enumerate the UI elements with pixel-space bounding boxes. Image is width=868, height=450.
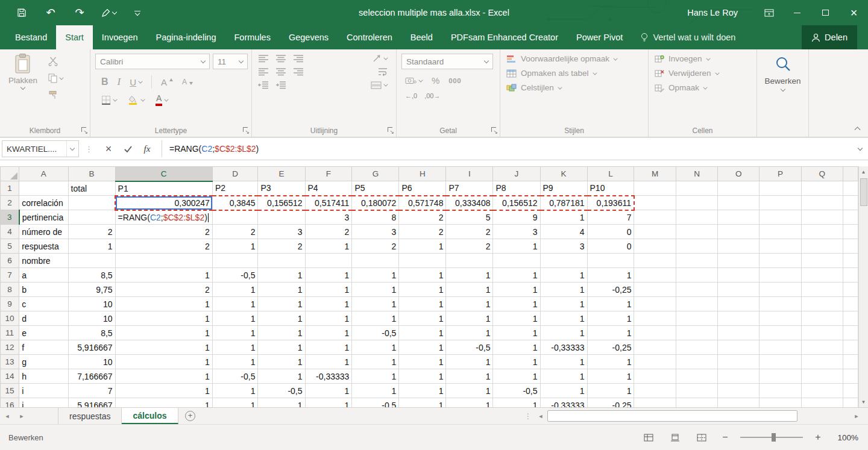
cell-c11[interactable]: 1	[115, 326, 212, 340]
cell-j11[interactable]: 1	[493, 326, 540, 340]
cell-g6[interactable]	[352, 254, 399, 268]
cell-m10[interactable]	[634, 311, 676, 326]
cut-button[interactable]	[48, 57, 58, 66]
cell-d6[interactable]	[212, 254, 258, 268]
row-header-3[interactable]: 3	[1, 210, 19, 225]
cell-g4[interactable]: 3	[352, 225, 399, 239]
row-header-8[interactable]: 8	[1, 283, 19, 297]
cell-k15[interactable]: 1	[540, 384, 587, 398]
cell-d7[interactable]: -0,5	[212, 268, 258, 283]
font-family-select[interactable]: Calibri	[95, 54, 210, 69]
cell-p2[interactable]	[760, 196, 801, 210]
cell-f11[interactable]: 1	[305, 326, 352, 340]
cell-e16[interactable]: 1	[258, 398, 305, 408]
cell-f14[interactable]: -0,33333	[305, 369, 352, 384]
cell-b5[interactable]: 1	[68, 239, 115, 254]
row-header-6[interactable]: 6	[1, 254, 19, 268]
conditional-formatting-button[interactable]: Voorwaardelijke opmaak	[506, 54, 617, 63]
row-header-4[interactable]: 4	[1, 225, 19, 239]
cell-b15[interactable]: 7	[68, 384, 115, 398]
cell-j7[interactable]: 1	[493, 268, 540, 283]
increase-decimal-button[interactable]: ←,0	[405, 91, 417, 100]
collapse-ribbon-button[interactable]	[855, 123, 860, 132]
touch-mode-button[interactable]	[94, 0, 123, 25]
cell-p5[interactable]	[760, 239, 801, 254]
cell-f4[interactable]: 2	[305, 225, 352, 239]
cell-o5[interactable]	[718, 239, 760, 254]
cell-h15[interactable]: 1	[399, 384, 446, 398]
cell-g3[interactable]: 8	[352, 210, 399, 225]
cell-d3[interactable]	[212, 210, 258, 225]
cell-n7[interactable]	[676, 268, 717, 283]
merge-center-button[interactable]	[371, 81, 388, 89]
cell-h5[interactable]: 1	[399, 239, 446, 254]
cell-j4[interactable]: 3	[493, 225, 540, 239]
cell-i14[interactable]: 1	[446, 369, 493, 384]
cell-e12[interactable]: 1	[258, 340, 305, 355]
horizontal-scrollbar[interactable]: ◄ ►	[535, 408, 868, 424]
select-all-button[interactable]	[1, 167, 19, 181]
cell-styles-button[interactable]: Celstijlen	[506, 83, 562, 92]
cell-k14[interactable]: 1	[540, 369, 587, 384]
cell-i7[interactable]: 1	[446, 268, 493, 283]
cell-a6[interactable]: nombre	[19, 254, 68, 268]
row-header-12[interactable]: 12	[1, 340, 19, 355]
decrease-decimal-button[interactable]: ,00→	[424, 91, 440, 100]
column-header-p[interactable]: P	[760, 167, 801, 181]
cell-o1[interactable]	[718, 181, 760, 196]
tab-invoegen[interactable]: Invoegen	[93, 25, 147, 49]
cell-g8[interactable]: 1	[352, 283, 399, 297]
cell-l5[interactable]: 0	[587, 239, 634, 254]
cell-l16[interactable]: -0,25	[587, 398, 634, 408]
cell-q2[interactable]	[801, 196, 843, 210]
cell-i3[interactable]: 5	[446, 210, 493, 225]
cell-c3[interactable]: =RANG(C2;$C$2:$L$2)	[115, 210, 212, 225]
tab-bestand[interactable]: Bestand	[6, 25, 56, 49]
cell-f7[interactable]: 1	[305, 268, 352, 283]
comma-style-button[interactable]: 000	[448, 76, 461, 85]
align-right-button[interactable]	[293, 67, 304, 76]
cell-f8[interactable]: 1	[305, 283, 352, 297]
cell-i1[interactable]: P7	[446, 181, 493, 196]
cell-b4[interactable]: 2	[68, 225, 115, 239]
cell-o12[interactable]	[718, 340, 760, 355]
cell-k2[interactable]: 0,787181	[540, 196, 587, 210]
cell-g9[interactable]: 1	[352, 297, 399, 311]
tab-splitter-grip[interactable]: ⋮	[521, 408, 535, 424]
cell-j5[interactable]: 1	[493, 239, 540, 254]
paste-button[interactable]: Plakken	[5, 53, 41, 89]
cell-n2[interactable]	[676, 196, 717, 210]
cell-a11[interactable]: e	[19, 326, 68, 340]
scroll-down-icon[interactable]: ▼	[859, 396, 868, 407]
cell-q12[interactable]	[801, 340, 843, 355]
cell-b12[interactable]: 5,916667	[68, 340, 115, 355]
cell-k1[interactable]: P9	[540, 181, 587, 196]
alignment-dialog-launcher-icon[interactable]	[388, 127, 394, 133]
ribbon-display-options-button[interactable]	[755, 0, 783, 25]
cell-h10[interactable]: 1	[399, 311, 446, 326]
previous-sheet-button[interactable]: ◄	[0, 408, 14, 424]
cell-h4[interactable]: 2	[399, 225, 446, 239]
cell-i9[interactable]: 1	[446, 297, 493, 311]
cell-n15[interactable]	[676, 384, 717, 398]
cell-l10[interactable]: 1	[587, 311, 634, 326]
increase-font-size-button[interactable]: A	[161, 77, 173, 87]
cell-f12[interactable]: 1	[305, 340, 352, 355]
borders-button[interactable]	[101, 95, 117, 105]
cell-g5[interactable]: 2	[352, 239, 399, 254]
cell-o14[interactable]	[718, 369, 760, 384]
cell-a13[interactable]: g	[19, 355, 68, 369]
cell-g11[interactable]: -0,5	[352, 326, 399, 340]
cell-b3[interactable]	[68, 210, 115, 225]
cell-k10[interactable]: 1	[540, 311, 587, 326]
cell-p9[interactable]	[760, 297, 801, 311]
cell-f13[interactable]: 1	[305, 355, 352, 369]
cell-l3[interactable]: 7	[587, 210, 634, 225]
cell-c9[interactable]: 1	[115, 297, 212, 311]
cell-e6[interactable]	[258, 254, 305, 268]
add-sheet-button[interactable]: +	[178, 408, 203, 424]
align-top-button[interactable]	[258, 54, 269, 63]
cell-g16[interactable]: -0,5	[352, 398, 399, 408]
cell-m8[interactable]	[634, 283, 676, 297]
cell-k11[interactable]: 1	[540, 326, 587, 340]
